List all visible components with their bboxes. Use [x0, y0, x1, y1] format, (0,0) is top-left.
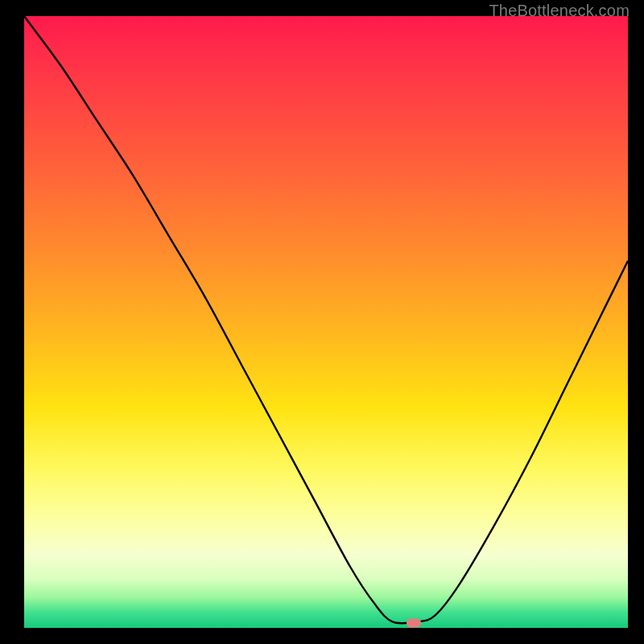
chart-plot-area — [24, 16, 628, 628]
optimum-marker — [407, 618, 421, 627]
curve-path — [24, 16, 628, 623]
bottleneck-curve — [24, 16, 628, 628]
watermark-text: TheBottleneck.com — [489, 2, 630, 20]
chart-frame: TheBottleneck.com — [0, 0, 644, 644]
